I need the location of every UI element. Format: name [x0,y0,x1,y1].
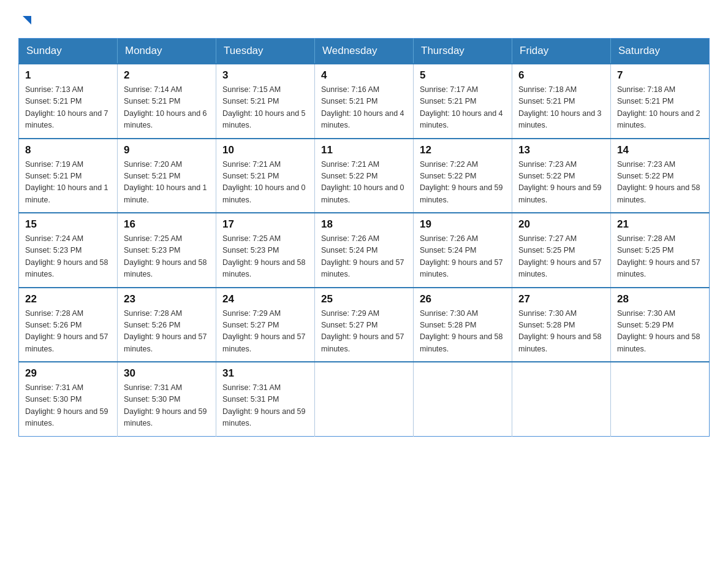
calendar-week-row-2: 8Sunrise: 7:19 AMSunset: 5:21 PMDaylight… [19,139,710,213]
day-info: Sunrise: 7:29 AMSunset: 5:27 PMDaylight:… [222,308,308,356]
calendar-cell: 13Sunrise: 7:23 AMSunset: 5:22 PMDayligh… [512,139,611,213]
day-number: 27 [518,293,604,305]
calendar-week-row-3: 15Sunrise: 7:24 AMSunset: 5:23 PMDayligh… [19,213,710,288]
svg-marker-0 [23,16,31,25]
calendar-cell: 2Sunrise: 7:14 AMSunset: 5:21 PMDaylight… [118,64,216,139]
day-number: 23 [124,293,210,305]
logo-icon [20,13,34,27]
calendar-cell: 5Sunrise: 7:17 AMSunset: 5:21 PMDaylight… [414,64,512,139]
day-info: Sunrise: 7:31 AMSunset: 5:30 PMDaylight:… [124,382,210,430]
day-info: Sunrise: 7:25 AMSunset: 5:23 PMDaylight:… [222,233,308,281]
day-number: 11 [321,144,407,156]
day-info: Sunrise: 7:23 AMSunset: 5:22 PMDaylight:… [617,159,703,207]
day-info: Sunrise: 7:17 AMSunset: 5:21 PMDaylight:… [420,84,506,132]
calendar-cell: 27Sunrise: 7:30 AMSunset: 5:28 PMDayligh… [512,288,611,362]
day-info: Sunrise: 7:31 AMSunset: 5:30 PMDaylight:… [25,382,111,430]
day-number: 25 [321,293,407,305]
day-info: Sunrise: 7:27 AMSunset: 5:25 PMDaylight:… [518,233,604,281]
day-info: Sunrise: 7:18 AMSunset: 5:21 PMDaylight:… [518,84,604,132]
day-info: Sunrise: 7:20 AMSunset: 5:21 PMDaylight:… [124,159,210,207]
calendar-week-row-4: 22Sunrise: 7:28 AMSunset: 5:26 PMDayligh… [19,288,710,362]
weekday-header-tuesday: Tuesday [216,39,315,64]
calendar-cell: 29Sunrise: 7:31 AMSunset: 5:30 PMDayligh… [19,362,118,436]
calendar-cell: 18Sunrise: 7:26 AMSunset: 5:24 PMDayligh… [315,213,414,288]
calendar-cell: 6Sunrise: 7:18 AMSunset: 5:21 PMDaylight… [512,64,611,139]
day-number: 24 [222,293,308,305]
day-number: 31 [222,367,308,380]
day-number: 13 [518,144,604,156]
day-number: 28 [617,293,703,305]
weekday-header-thursday: Thursday [414,39,512,64]
day-number: 3 [222,69,308,82]
day-info: Sunrise: 7:23 AMSunset: 5:22 PMDaylight:… [518,159,604,207]
calendar-table: SundayMondayTuesdayWednesdayThursdayFrid… [18,38,710,437]
day-info: Sunrise: 7:29 AMSunset: 5:27 PMDaylight:… [321,308,407,356]
calendar-cell: 22Sunrise: 7:28 AMSunset: 5:26 PMDayligh… [19,288,118,362]
day-number: 4 [321,69,407,82]
weekday-header-friday: Friday [512,39,611,64]
day-number: 30 [124,367,210,380]
calendar-week-row-5: 29Sunrise: 7:31 AMSunset: 5:30 PMDayligh… [19,362,710,436]
day-info: Sunrise: 7:28 AMSunset: 5:25 PMDaylight:… [617,233,703,281]
day-number: 18 [321,218,407,231]
day-number: 7 [617,69,703,82]
day-info: Sunrise: 7:21 AMSunset: 5:21 PMDaylight:… [222,159,308,207]
day-info: Sunrise: 7:30 AMSunset: 5:28 PMDaylight:… [420,308,506,356]
weekday-header-saturday: Saturday [611,39,710,64]
calendar-cell: 7Sunrise: 7:18 AMSunset: 5:21 PMDaylight… [611,64,710,139]
day-info: Sunrise: 7:14 AMSunset: 5:21 PMDaylight:… [124,84,210,132]
day-info: Sunrise: 7:24 AMSunset: 5:23 PMDaylight:… [25,233,111,281]
calendar-cell: 15Sunrise: 7:24 AMSunset: 5:23 PMDayligh… [19,213,118,288]
day-number: 10 [222,144,308,156]
day-number: 5 [420,69,506,82]
page-header [18,12,710,27]
calendar-cell: 25Sunrise: 7:29 AMSunset: 5:27 PMDayligh… [315,288,414,362]
calendar-cell: 1Sunrise: 7:13 AMSunset: 5:21 PMDaylight… [19,64,118,139]
calendar-cell: 23Sunrise: 7:28 AMSunset: 5:26 PMDayligh… [118,288,216,362]
day-info: Sunrise: 7:26 AMSunset: 5:24 PMDaylight:… [321,233,407,281]
day-number: 9 [124,144,210,156]
weekday-header-wednesday: Wednesday [315,39,414,64]
calendar-cell [315,362,414,436]
day-info: Sunrise: 7:18 AMSunset: 5:21 PMDaylight:… [617,84,703,132]
calendar-cell: 28Sunrise: 7:30 AMSunset: 5:29 PMDayligh… [611,288,710,362]
calendar-cell: 11Sunrise: 7:21 AMSunset: 5:22 PMDayligh… [315,139,414,213]
day-info: Sunrise: 7:21 AMSunset: 5:22 PMDaylight:… [321,159,407,207]
calendar-cell: 8Sunrise: 7:19 AMSunset: 5:21 PMDaylight… [19,139,118,213]
day-number: 29 [25,367,111,380]
day-number: 14 [617,144,703,156]
day-number: 12 [420,144,506,156]
calendar-cell [611,362,710,436]
calendar-cell: 31Sunrise: 7:31 AMSunset: 5:31 PMDayligh… [216,362,315,436]
day-number: 16 [124,218,210,231]
calendar-cell: 12Sunrise: 7:22 AMSunset: 5:22 PMDayligh… [414,139,512,213]
calendar-cell [414,362,512,436]
day-info: Sunrise: 7:13 AMSunset: 5:21 PMDaylight:… [25,84,111,132]
day-number: 2 [124,69,210,82]
day-info: Sunrise: 7:28 AMSunset: 5:26 PMDaylight:… [25,308,111,356]
weekday-header-monday: Monday [118,39,216,64]
day-info: Sunrise: 7:30 AMSunset: 5:29 PMDaylight:… [617,308,703,356]
calendar-cell: 21Sunrise: 7:28 AMSunset: 5:25 PMDayligh… [611,213,710,288]
day-number: 6 [518,69,604,82]
day-info: Sunrise: 7:28 AMSunset: 5:26 PMDaylight:… [124,308,210,356]
day-number: 8 [25,144,111,156]
calendar-cell: 24Sunrise: 7:29 AMSunset: 5:27 PMDayligh… [216,288,315,362]
day-info: Sunrise: 7:30 AMSunset: 5:28 PMDaylight:… [518,308,604,356]
calendar-week-row-1: 1Sunrise: 7:13 AMSunset: 5:21 PMDaylight… [19,64,710,139]
day-number: 26 [420,293,506,305]
day-number: 1 [25,69,111,82]
day-number: 15 [25,218,111,231]
calendar-cell: 30Sunrise: 7:31 AMSunset: 5:30 PMDayligh… [118,362,216,436]
calendar-cell: 17Sunrise: 7:25 AMSunset: 5:23 PMDayligh… [216,213,315,288]
day-info: Sunrise: 7:22 AMSunset: 5:22 PMDaylight:… [420,159,506,207]
day-number: 17 [222,218,308,231]
weekday-header-row: SundayMondayTuesdayWednesdayThursdayFrid… [19,39,710,64]
calendar-cell: 10Sunrise: 7:21 AMSunset: 5:21 PMDayligh… [216,139,315,213]
calendar-cell: 14Sunrise: 7:23 AMSunset: 5:22 PMDayligh… [611,139,710,213]
calendar-cell: 4Sunrise: 7:16 AMSunset: 5:21 PMDaylight… [315,64,414,139]
calendar-cell: 26Sunrise: 7:30 AMSunset: 5:28 PMDayligh… [414,288,512,362]
calendar-cell: 19Sunrise: 7:26 AMSunset: 5:24 PMDayligh… [414,213,512,288]
calendar-cell [512,362,611,436]
weekday-header-sunday: Sunday [19,39,118,64]
